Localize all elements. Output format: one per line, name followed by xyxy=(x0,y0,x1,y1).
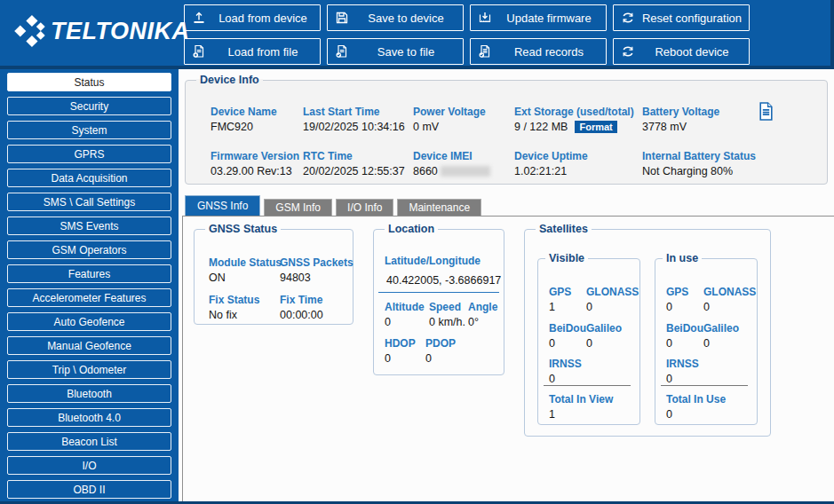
field-ext-storage: Ext Storage (used/total) 9 / 122 MB Form… xyxy=(514,106,634,133)
sidebar-nav: Status Security System GPRS Data Acquisi… xyxy=(0,69,179,501)
file-add-icon xyxy=(192,44,213,59)
sidebar-item-manual-geofence[interactable]: Manual Geofence xyxy=(7,336,171,355)
field-last-start-time: Last Start Time 19/02/2025 10:34:16 xyxy=(303,106,405,133)
visible-divider xyxy=(544,385,631,386)
logo-text: TELTONIKA xyxy=(51,18,190,45)
sidebar-item-data-acquisition[interactable]: Data Acquisition xyxy=(7,169,171,187)
satellites-panel: Satellites Visible GPS 1 GLONASS 0 BeiDo… xyxy=(524,229,771,437)
location-title: Location xyxy=(385,223,438,235)
button-label: Save to file xyxy=(356,45,456,59)
sidebar-item-bluetooth[interactable]: Bluetooth xyxy=(7,384,171,403)
sidebar-item-system[interactable]: System xyxy=(7,121,171,139)
field-rtc-time: RTC Time 20/02/2025 12:55:37 xyxy=(303,150,405,177)
records-icon xyxy=(478,44,499,59)
field-altitude: Altitude 0 xyxy=(385,301,425,328)
field-module-status: Module Status ON xyxy=(209,256,282,284)
upload-icon xyxy=(192,11,213,25)
field-visible-gps: GPS 1 xyxy=(549,286,571,313)
sidebar-item-features[interactable]: Features xyxy=(7,264,171,283)
field-total-in-view: Total In View 1 xyxy=(549,393,613,421)
reboot-icon xyxy=(621,44,642,59)
update-firmware-button[interactable]: Update firmware xyxy=(470,4,607,31)
save-to-device-button[interactable]: Save to device xyxy=(327,4,464,31)
field-device-imei: Device IMEI 8660 xyxy=(413,150,490,177)
load-from-device-button[interactable]: Load from device xyxy=(184,4,321,31)
field-speed: Speed 0 km/h. xyxy=(429,301,465,328)
field-battery-voltage: Battery Voltage 3778 mV xyxy=(642,106,719,133)
sidebar-item-sms-events[interactable]: SMS Events xyxy=(7,217,171,235)
field-hdop: HDOP 0 xyxy=(385,337,416,365)
tab-io-info[interactable]: I/O Info xyxy=(336,199,393,216)
button-label: Save to device xyxy=(356,12,456,25)
button-label: Load from file xyxy=(213,45,313,59)
latlng-value-link[interactable]: 40.422005, -3.6866917 xyxy=(386,274,501,287)
latlng-underline xyxy=(378,292,499,293)
sidebar-item-gprs[interactable]: GPRS xyxy=(7,145,171,163)
field-latlng: Latitude/Longitude xyxy=(385,255,481,267)
device-info-panel: Device Info Device Name FMC920 Last Star… xyxy=(185,80,828,185)
sidebar-item-accelerometer-features[interactable]: Accelerometer Features xyxy=(7,288,171,307)
field-fix-time: Fix Time 00:00:00 xyxy=(280,294,323,321)
gnss-status-title: GNSS Status xyxy=(205,223,281,235)
field-visible-glonass: GLONASS 0 xyxy=(586,286,639,313)
field-inuse-galileo: Galileo 0 xyxy=(703,322,739,350)
sidebar-item-gsm-operators[interactable]: GSM Operators xyxy=(7,240,171,259)
file-check-icon xyxy=(335,44,356,59)
configurator-window: TELTONIKA Load from device Save to devic… xyxy=(0,0,834,504)
button-label: Reboot device xyxy=(642,45,742,59)
field-fix-status: Fix Status No fix xyxy=(209,294,259,321)
visible-title: Visible xyxy=(545,252,588,264)
teltonika-logo-icon xyxy=(7,14,48,48)
device-info-title: Device Info xyxy=(196,74,263,86)
device-log-document-icon[interactable] xyxy=(759,102,774,124)
in-use-title: In use xyxy=(663,252,702,264)
tab-gsm-info[interactable]: GSM Info xyxy=(264,199,332,216)
firmware-update-icon xyxy=(478,11,499,25)
format-storage-button[interactable]: Format xyxy=(575,121,616,133)
reboot-device-button[interactable]: Reboot device xyxy=(613,38,750,65)
field-inuse-gps: GPS 0 xyxy=(666,286,688,313)
sidebar-item-sms-call-settings[interactable]: SMS \ Call Settings xyxy=(7,193,171,211)
sidebar-item-trip-odometer[interactable]: Trip \ Odometer xyxy=(7,360,171,379)
sidebar-item-status[interactable]: Status xyxy=(7,73,171,91)
sidebar-item-security[interactable]: Security xyxy=(7,97,171,115)
teltonika-logo: TELTONIKA xyxy=(7,14,190,48)
field-gnss-packets: GNSS Packets 94803 xyxy=(280,256,353,284)
sidebar-item-auto-geofence[interactable]: Auto Geofence xyxy=(7,312,171,331)
button-label: Read records xyxy=(499,45,599,59)
save-to-file-button[interactable]: Save to file xyxy=(327,38,464,65)
save-icon xyxy=(335,11,356,25)
field-visible-galileo: Galileo 0 xyxy=(586,322,622,350)
load-from-file-button[interactable]: Load from file xyxy=(184,38,321,65)
sidebar-item-io[interactable]: I/O xyxy=(7,456,171,475)
imei-redacted-blur xyxy=(441,166,490,177)
header-bar: TELTONIKA Load from device Save to devic… xyxy=(0,0,834,66)
tab-maintenance[interactable]: Maintenance xyxy=(397,199,481,216)
location-panel: Location Latitude/Longitude 40.422005, -… xyxy=(373,229,504,375)
toolbar: Load from device Save to device Update f… xyxy=(184,4,750,65)
satellites-title: Satellites xyxy=(536,223,592,235)
sidebar-item-bluetooth-40[interactable]: Bluetooth 4.0 xyxy=(7,408,171,427)
field-visible-beidou: BeiDou 0 xyxy=(549,322,586,350)
satellites-visible-panel: Visible GPS 1 GLONASS 0 BeiDou 0 Galileo… xyxy=(537,258,640,425)
field-internal-battery-status: Internal Battery Status Not Charging 80% xyxy=(642,150,756,177)
button-label: Load from device xyxy=(213,12,313,25)
info-tabs: GNSS Info GSM Info I/O Info Maintenance xyxy=(185,195,481,216)
sidebar-item-beacon-list[interactable]: Beacon List xyxy=(7,432,171,451)
satellites-in-use-panel: In use GPS 0 GLONASS 0 BeiDou 0 Galileo … xyxy=(655,258,758,425)
tab-gnss-info[interactable]: GNSS Info xyxy=(185,195,260,216)
in-use-divider xyxy=(661,385,748,386)
field-power-voltage: Power Voltage 0 mV xyxy=(413,106,486,133)
field-inuse-glonass: GLONASS 0 xyxy=(703,286,756,313)
field-device-name: Device Name FMC920 xyxy=(210,106,277,133)
button-label: Update firmware xyxy=(499,12,599,25)
read-records-button[interactable]: Read records xyxy=(470,38,607,65)
field-device-uptime: Device Uptime 1.02:21:21 xyxy=(514,150,588,177)
button-label: Reset configuration xyxy=(642,12,742,25)
field-firmware-version: Firmware Version 03.29.00 Rev:13 xyxy=(210,150,299,177)
sidebar-item-obd-ii[interactable]: OBD II xyxy=(7,480,171,499)
field-pdop: PDOP 0 xyxy=(425,337,456,365)
window-right-edge xyxy=(830,0,834,66)
field-angle: Angle 0° xyxy=(468,301,497,328)
reset-configuration-button[interactable]: Reset configuration xyxy=(613,4,750,31)
